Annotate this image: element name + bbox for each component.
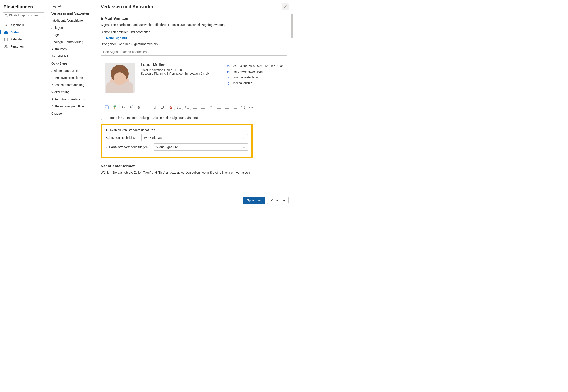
bold-icon[interactable]: B [136, 105, 141, 110]
insert-image-icon[interactable] [104, 105, 109, 110]
svg-rect-14 [105, 106, 108, 109]
subnav-item[interactable]: Verfassen und Antworten [48, 10, 96, 17]
svg-rect-4 [4, 38, 7, 41]
for-new-messages-value: Work Signature [144, 136, 165, 140]
subnav-item[interactable]: Junk-E-Mail [48, 53, 96, 60]
chevron-down-icon: ▾ [190, 108, 191, 110]
signature-web: www.viennatech.com [233, 75, 260, 79]
subnav-item[interactable]: Gruppen [48, 110, 96, 117]
for-replies-label: Für Antworten/Weiterleitungen: [106, 145, 152, 149]
phone-icon: ✆ [227, 64, 230, 68]
settings-search-input[interactable] [9, 14, 43, 17]
align-center-icon[interactable] [225, 105, 230, 110]
avatar-image [105, 63, 135, 93]
subnav-item[interactable]: Nachrichtenbehandlung [48, 81, 96, 88]
scrollbar[interactable] [291, 14, 293, 38]
category-kalender[interactable]: Kalender [3, 36, 45, 43]
indent-decrease-icon[interactable] [193, 105, 197, 110]
mail-icon [4, 30, 8, 34]
signature-role: Chief Innovation Officer (CIO) [141, 68, 210, 72]
category-personen[interactable]: Personen [3, 43, 45, 50]
save-button[interactable]: Speichern [243, 197, 265, 204]
subnav-item[interactable]: QuickSteps [48, 60, 96, 67]
more-icon[interactable]: ••• [249, 105, 254, 110]
close-icon [284, 5, 287, 8]
indent-increase-icon[interactable] [201, 105, 206, 110]
subnav-item[interactable]: Bedingte Formatierung [48, 39, 96, 46]
font-family-icon[interactable]: AA▾ [120, 105, 125, 110]
default-signatures-heading: Auswählen von Standardsignaturen [106, 128, 248, 132]
font-color-icon[interactable]: A▾ [168, 105, 173, 110]
for-new-messages-select[interactable]: Work Signature ⌄ [141, 134, 248, 141]
subnav-item[interactable]: Aktionen anpassen [48, 67, 96, 74]
svg-rect-16 [114, 107, 115, 109]
subnav-item[interactable]: Aufräumen [48, 46, 96, 53]
svg-text:3: 3 [185, 108, 186, 109]
signature-name-input[interactable] [101, 48, 287, 56]
insert-link-icon[interactable] [241, 105, 246, 110]
number-list-icon[interactable]: 123▾ [185, 105, 190, 110]
signature-heading: E-Mail-Signatur [101, 16, 287, 21]
for-replies-value: Work Signature [156, 145, 178, 149]
svg-point-9 [6, 45, 7, 46]
category-allgemein[interactable]: Allgemein [3, 21, 45, 28]
chevron-down-icon: ⌄ [243, 145, 245, 149]
category-label: Personen [10, 45, 24, 48]
svg-point-2 [5, 24, 6, 26]
signature-divider [106, 100, 282, 101]
footer: Speichern Verwerfen [96, 194, 293, 207]
signature-person-name: Laura Müller [141, 63, 210, 67]
signature-editor[interactable]: Laura Müller Chief Innovation Officer (C… [101, 59, 287, 112]
subnav-item[interactable]: E-Mail synchronisieren [48, 74, 96, 81]
page-title: Verfassen und Antworten [101, 4, 154, 9]
bookings-link-label: Einen Link zu meiner Bookings-Seite in m… [108, 116, 200, 120]
svg-point-8 [5, 45, 6, 46]
subnav-item[interactable]: Regeln [48, 31, 96, 39]
signature-name-prompt: Bitte geben Sie einen Signaturnamen ein. [101, 42, 287, 46]
category-e-mail[interactable]: E-Mail [3, 28, 45, 36]
subnav-item[interactable]: Automatische Antworten [48, 96, 96, 103]
location-icon: ⚲ [227, 81, 230, 85]
chevron-down-icon: ▾ [134, 108, 135, 110]
align-right-icon[interactable] [233, 105, 238, 110]
email-settings-subnav: LayoutVerfassen und AntwortenIntelligent… [48, 0, 96, 207]
svg-point-19 [177, 107, 178, 108]
message-format-description: Wählen Sie aus, ob die Zeilen "Von" und … [101, 171, 287, 174]
subnav-item[interactable]: Intelligente Vorschläge [48, 17, 96, 24]
message-format-heading: Nachrichtenformat [101, 164, 287, 168]
calendar-icon [4, 37, 8, 41]
new-signature-button[interactable]: Neue Signatur [101, 36, 287, 40]
subnav-item[interactable]: Anlagen [48, 24, 96, 31]
settings-search[interactable] [3, 12, 45, 18]
discard-button[interactable]: Verwerfen [267, 197, 289, 204]
font-size-icon[interactable]: Aˆ▾ [128, 105, 133, 110]
close-button[interactable] [281, 3, 289, 10]
mail-icon: ✉ [227, 70, 230, 74]
chevron-down-icon: ▾ [125, 108, 126, 110]
svg-point-20 [177, 108, 178, 109]
default-signatures-section: Auswählen von Standardsignaturen Bei neu… [101, 124, 253, 158]
settings-title: Einstellungen [3, 4, 45, 12]
highlight-icon[interactable]: ▾ [160, 105, 165, 110]
format-painter-icon[interactable] [112, 105, 117, 110]
bullet-list-icon[interactable]: ▾ [177, 105, 181, 110]
chevron-down-icon: ⌄ [243, 136, 245, 140]
align-left-icon[interactable] [217, 105, 222, 110]
signature-dept: Strategic Planning | Viennatech Innovati… [141, 72, 210, 75]
chevron-down-icon: ▾ [174, 108, 175, 110]
settings-sidebar: Einstellungen AllgemeinE-MailKalenderPer… [0, 0, 48, 207]
bookings-link-checkbox[interactable] [101, 116, 105, 120]
underline-icon[interactable]: U [152, 105, 157, 110]
signature-description: Signaturen bearbeiten und auswählen, die… [101, 23, 287, 27]
main-panel: Verfassen und Antworten E-Mail-Signatur … [96, 0, 293, 207]
signature-email: laura@viennatech.com [233, 70, 263, 74]
italic-icon[interactable]: I [144, 105, 149, 110]
for-replies-select[interactable]: Work Signature ⌄ [154, 143, 248, 151]
people-icon [4, 44, 8, 48]
category-label: Kalender [10, 38, 23, 41]
subnav-item[interactable]: Aufbewahrungsrichtlinien [48, 103, 96, 110]
subnav-item[interactable]: Layout [48, 3, 96, 10]
signature-create-edit-label: Signaturen erstellen und bearbeiten [101, 30, 287, 34]
subnav-item[interactable]: Weiterleitung [48, 88, 96, 96]
quote-icon[interactable]: ” [209, 105, 214, 110]
